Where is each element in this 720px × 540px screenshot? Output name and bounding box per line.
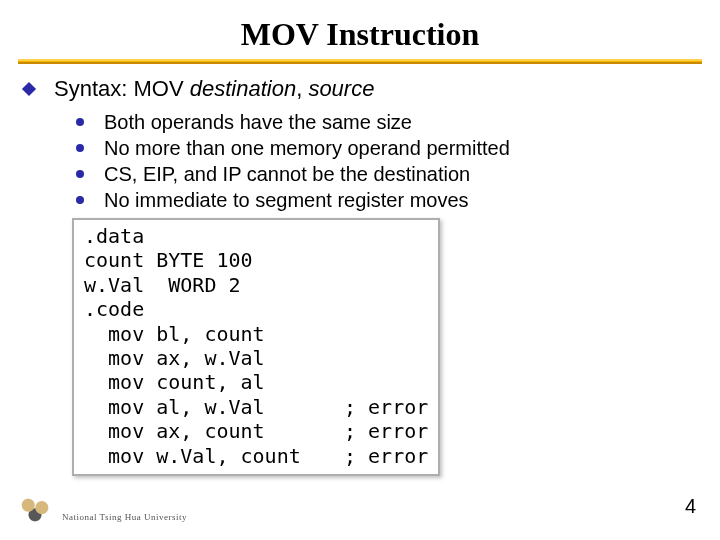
footer-logo: National Tsing Hua University: [18, 498, 187, 522]
code-rhs: ; error: [344, 419, 428, 443]
list-item-text: No more than one memory operand permitte…: [104, 136, 510, 161]
main-bullet-text: Syntax: MOV destination, source: [54, 76, 374, 102]
code-rhs: ; error: [344, 395, 428, 419]
footer-text: National Tsing Hua University: [62, 512, 187, 522]
bullet-dot-icon: [76, 144, 84, 152]
code-lhs: mov ax, count: [84, 419, 344, 443]
code-rhs: ; error: [344, 444, 428, 468]
syntax-dest: destination: [190, 76, 296, 101]
sub-bullet-list: Both operands have the same size No more…: [76, 110, 682, 476]
code-block: .data count BYTE 100 w.Val WORD 2 .code …: [72, 218, 440, 476]
code-row: mov ax, w.Val: [84, 346, 428, 370]
code-row: mov count, al: [84, 370, 428, 394]
bullet-dot-icon: [76, 170, 84, 178]
code-lhs: mov ax, w.Val: [84, 346, 344, 370]
code-lhs: mov w.Val, count: [84, 444, 344, 468]
code-lhs: mov al, w.Val: [84, 395, 344, 419]
code-lhs: mov bl, count: [84, 322, 344, 346]
list-item-text: Both operands have the same size: [104, 110, 412, 135]
divider: [18, 59, 702, 64]
slide-title: MOV Instruction: [0, 16, 720, 53]
content-area: Syntax: MOV destination, source Both ope…: [0, 76, 720, 476]
page-number: 4: [685, 495, 696, 518]
list-item-text: No immediate to segment register moves: [104, 188, 469, 213]
main-bullet: Syntax: MOV destination, source: [24, 76, 682, 102]
list-item-text: CS, EIP, and IP cannot be the destinatio…: [104, 162, 470, 187]
code-lhs: mov count, al: [84, 370, 344, 394]
list-item: CS, EIP, and IP cannot be the destinatio…: [76, 162, 682, 187]
code-row: mov al, w.Val; error: [84, 395, 428, 419]
list-item: Both operands have the same size: [76, 110, 682, 135]
code-row: mov w.Val, count; error: [84, 444, 428, 468]
bullet-dot-icon: [76, 118, 84, 126]
code-head: .data count BYTE 100 w.Val WORD 2 .code: [84, 224, 428, 322]
list-item: No more than one memory operand permitte…: [76, 136, 682, 161]
syntax-src: source: [308, 76, 374, 101]
code-row: mov bl, count: [84, 322, 428, 346]
diamond-icon: [22, 82, 36, 96]
university-logo-icon: [18, 498, 52, 522]
syntax-sep: ,: [296, 76, 308, 101]
code-row: mov ax, count; error: [84, 419, 428, 443]
list-item: No immediate to segment register moves: [76, 188, 682, 213]
bullet-dot-icon: [76, 196, 84, 204]
syntax-prefix: Syntax: MOV: [54, 76, 190, 101]
